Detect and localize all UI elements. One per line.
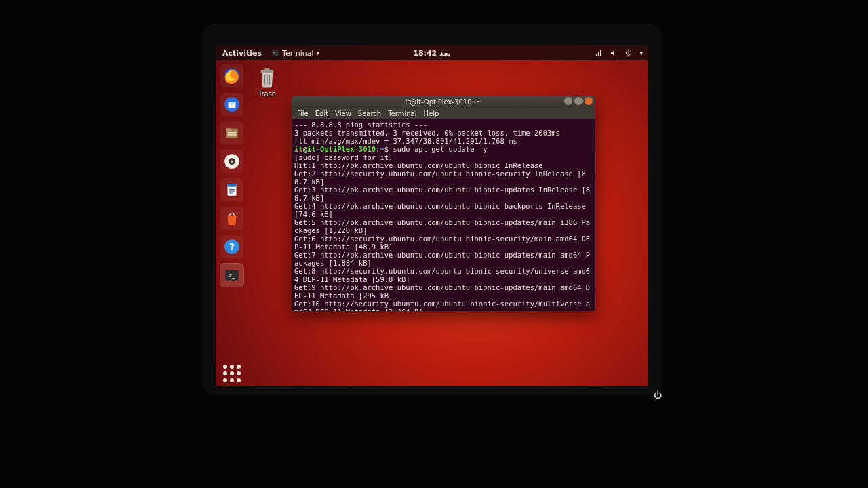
terminal-icon: >_: [271, 49, 279, 57]
svg-text:?: ?: [229, 241, 235, 252]
window-maximize-button[interactable]: [574, 97, 583, 105]
svg-rect-17: [229, 192, 233, 193]
svg-rect-7: [226, 129, 231, 131]
svg-rect-15: [229, 189, 235, 190]
shopping-bag-icon: [223, 209, 241, 227]
photo-background: Activities >_ Terminal ▾ 18:42 بعد ▾ Tra…: [0, 0, 868, 488]
dock-item-files[interactable]: [220, 121, 243, 144]
svg-text:>_: >_: [228, 272, 236, 279]
desktop-icons: Trash: [258, 66, 277, 98]
firefox-icon: [223, 67, 241, 85]
clock-button[interactable]: 18:42 بعد: [413, 49, 451, 58]
window-minimize-button[interactable]: [564, 97, 572, 105]
music-icon: [223, 152, 241, 170]
app-menu-button[interactable]: >_ Terminal ▾: [271, 49, 319, 58]
terminal-window[interactable]: it@it-OptiPlex-3010: ~ File Edit View Se…: [292, 96, 595, 311]
terminal-menubar: File Edit View Search Terminal Help: [292, 108, 595, 119]
menu-terminal[interactable]: Terminal: [388, 110, 416, 117]
system-status-area[interactable]: ▾: [595, 49, 643, 57]
dock-item-thunderbird[interactable]: [220, 93, 243, 116]
thunderbird-icon: [223, 96, 241, 113]
svg-rect-14: [228, 184, 237, 186]
trash-label: Trash: [258, 90, 276, 98]
svg-rect-8: [228, 132, 237, 134]
monitor-power-icon: ⏻: [654, 390, 868, 488]
svg-point-12: [231, 160, 233, 162]
files-icon: [223, 124, 241, 142]
dock-item-writer[interactable]: [220, 178, 243, 201]
terminal-output[interactable]: --- 8.8.8.8 ping statistics --- 3 packet…: [292, 119, 595, 311]
help-icon: ?: [223, 238, 241, 256]
window-close-button[interactable]: [585, 97, 593, 105]
document-icon: [223, 181, 241, 199]
dock-item-software[interactable]: [220, 207, 243, 230]
svg-rect-16: [229, 191, 235, 192]
terminal-icon: >_: [223, 266, 241, 284]
dock-item-rhythmbox[interactable]: [220, 150, 243, 173]
chevron-down-icon: ▾: [317, 49, 320, 56]
ubuntu-dock: ? >_: [217, 62, 247, 384]
ubuntu-desktop: Activities >_ Terminal ▾ 18:42 بعد ▾ Tra…: [216, 45, 648, 386]
window-title: it@it-OptiPlex-3010: ~: [406, 98, 482, 106]
svg-text:>_: >_: [273, 51, 278, 56]
dock-item-terminal[interactable]: >_: [220, 264, 243, 287]
activities-button[interactable]: Activities: [222, 49, 262, 58]
dock-item-firefox[interactable]: [220, 64, 243, 87]
show-applications-button[interactable]: [222, 363, 242, 384]
svg-rect-2: [261, 70, 274, 73]
volume-icon[interactable]: [610, 49, 618, 57]
menu-search[interactable]: Search: [358, 110, 381, 117]
menu-view[interactable]: View: [335, 110, 351, 117]
dock-item-help[interactable]: ?: [220, 235, 243, 258]
menu-file[interactable]: File: [297, 110, 309, 117]
svg-rect-9: [228, 134, 237, 136]
power-icon[interactable]: [625, 49, 633, 57]
app-menu-label: Terminal: [282, 49, 314, 58]
chevron-down-icon: ▾: [639, 49, 643, 56]
window-titlebar[interactable]: it@it-OptiPlex-3010: ~: [292, 96, 595, 108]
trash-icon[interactable]: [258, 66, 277, 89]
network-icon[interactable]: [595, 49, 603, 57]
menu-help[interactable]: Help: [423, 110, 439, 117]
menu-edit[interactable]: Edit: [315, 110, 328, 117]
gnome-top-bar: Activities >_ Terminal ▾ 18:42 بعد ▾: [216, 45, 648, 60]
svg-rect-3: [265, 68, 270, 70]
